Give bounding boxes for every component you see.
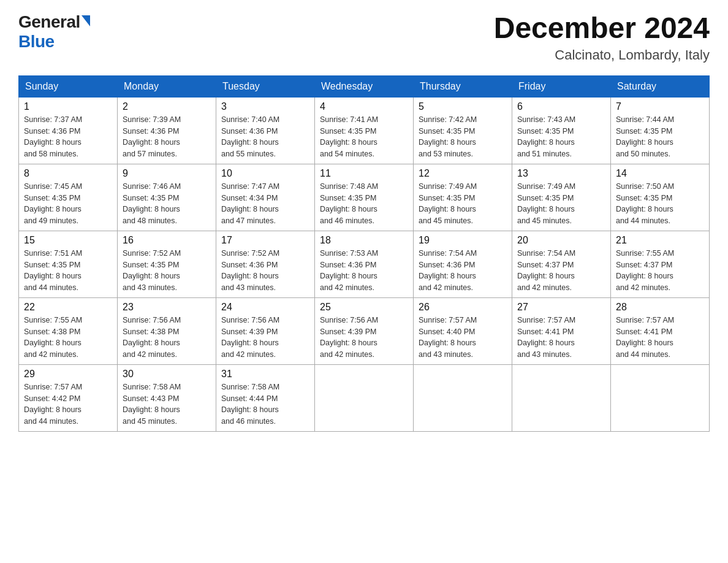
day-info: Sunrise: 7:52 AM Sunset: 4:35 PM Dayligh… <box>123 248 211 294</box>
day-number: 31 <box>221 369 309 380</box>
calendar-cell: 8 Sunrise: 7:45 AM Sunset: 4:35 PM Dayli… <box>19 164 118 231</box>
day-info: Sunrise: 7:57 AM Sunset: 4:41 PM Dayligh… <box>517 315 605 361</box>
day-info: Sunrise: 7:41 AM Sunset: 4:35 PM Dayligh… <box>320 114 408 160</box>
day-info: Sunrise: 7:55 AM Sunset: 4:38 PM Dayligh… <box>24 315 112 361</box>
day-number: 10 <box>221 168 309 179</box>
logo: General Blue <box>18 12 90 52</box>
calendar-cell: 31 Sunrise: 7:58 AM Sunset: 4:44 PM Dayl… <box>216 364 315 431</box>
calendar-cell <box>414 364 512 431</box>
calendar-cell: 30 Sunrise: 7:58 AM Sunset: 4:43 PM Dayl… <box>118 364 216 431</box>
header-wednesday: Wednesday <box>315 75 414 97</box>
day-number: 19 <box>419 235 507 246</box>
day-info: Sunrise: 7:46 AM Sunset: 4:35 PM Dayligh… <box>123 181 211 227</box>
day-info: Sunrise: 7:42 AM Sunset: 4:35 PM Dayligh… <box>419 114 507 160</box>
calendar-cell: 26 Sunrise: 7:57 AM Sunset: 4:40 PM Dayl… <box>414 297 512 364</box>
calendar-cell: 10 Sunrise: 7:47 AM Sunset: 4:34 PM Dayl… <box>216 164 315 231</box>
day-info: Sunrise: 7:56 AM Sunset: 4:39 PM Dayligh… <box>221 315 309 361</box>
calendar-week-row: 22 Sunrise: 7:55 AM Sunset: 4:38 PM Dayl… <box>19 297 710 364</box>
day-info: Sunrise: 7:57 AM Sunset: 4:41 PM Dayligh… <box>616 315 704 361</box>
day-number: 3 <box>221 101 309 112</box>
calendar-cell: 3 Sunrise: 7:40 AM Sunset: 4:36 PM Dayli… <box>216 97 315 164</box>
day-number: 21 <box>616 235 704 246</box>
calendar-week-row: 15 Sunrise: 7:51 AM Sunset: 4:35 PM Dayl… <box>19 231 710 297</box>
calendar-cell: 22 Sunrise: 7:55 AM Sunset: 4:38 PM Dayl… <box>19 297 118 364</box>
day-number: 14 <box>616 168 704 179</box>
day-number: 15 <box>24 235 112 246</box>
calendar-cell: 13 Sunrise: 7:49 AM Sunset: 4:35 PM Dayl… <box>512 164 611 231</box>
day-info: Sunrise: 7:47 AM Sunset: 4:34 PM Dayligh… <box>221 181 309 227</box>
calendar-cell: 28 Sunrise: 7:57 AM Sunset: 4:41 PM Dayl… <box>611 297 710 364</box>
header-tuesday: Tuesday <box>216 75 315 97</box>
day-info: Sunrise: 7:58 AM Sunset: 4:44 PM Dayligh… <box>221 381 309 427</box>
calendar-cell: 4 Sunrise: 7:41 AM Sunset: 4:35 PM Dayli… <box>315 97 414 164</box>
day-info: Sunrise: 7:57 AM Sunset: 4:42 PM Dayligh… <box>24 381 112 427</box>
calendar-cell: 20 Sunrise: 7:54 AM Sunset: 4:37 PM Dayl… <box>512 231 611 297</box>
day-number: 27 <box>517 302 605 313</box>
day-number: 17 <box>221 235 309 246</box>
calendar-cell: 15 Sunrise: 7:51 AM Sunset: 4:35 PM Dayl… <box>19 231 118 297</box>
day-number: 7 <box>616 101 704 112</box>
day-info: Sunrise: 7:54 AM Sunset: 4:36 PM Dayligh… <box>419 248 507 294</box>
day-number: 6 <box>517 101 605 112</box>
calendar-cell: 25 Sunrise: 7:56 AM Sunset: 4:39 PM Dayl… <box>315 297 414 364</box>
calendar-cell: 7 Sunrise: 7:44 AM Sunset: 4:35 PM Dayli… <box>611 97 710 164</box>
day-number: 1 <box>24 101 112 112</box>
calendar-cell: 29 Sunrise: 7:57 AM Sunset: 4:42 PM Dayl… <box>19 364 118 431</box>
day-info: Sunrise: 7:49 AM Sunset: 4:35 PM Dayligh… <box>419 181 507 227</box>
calendar-cell: 23 Sunrise: 7:56 AM Sunset: 4:38 PM Dayl… <box>118 297 216 364</box>
calendar-cell: 18 Sunrise: 7:53 AM Sunset: 4:36 PM Dayl… <box>315 231 414 297</box>
logo-blue: Blue <box>18 32 55 52</box>
day-number: 20 <box>517 235 605 246</box>
header: General Blue December 2024 Calcinato, Lo… <box>18 12 710 63</box>
day-info: Sunrise: 7:39 AM Sunset: 4:36 PM Dayligh… <box>123 114 211 160</box>
day-number: 26 <box>419 302 507 313</box>
day-info: Sunrise: 7:53 AM Sunset: 4:36 PM Dayligh… <box>320 248 408 294</box>
logo-general: General <box>18 12 80 32</box>
day-info: Sunrise: 7:52 AM Sunset: 4:36 PM Dayligh… <box>221 248 309 294</box>
day-info: Sunrise: 7:49 AM Sunset: 4:35 PM Dayligh… <box>517 181 605 227</box>
calendar-cell <box>512 364 611 431</box>
day-info: Sunrise: 7:43 AM Sunset: 4:35 PM Dayligh… <box>517 114 605 160</box>
calendar-cell <box>315 364 414 431</box>
day-info: Sunrise: 7:56 AM Sunset: 4:38 PM Dayligh… <box>123 315 211 361</box>
day-info: Sunrise: 7:54 AM Sunset: 4:37 PM Dayligh… <box>517 248 605 294</box>
calendar-cell: 6 Sunrise: 7:43 AM Sunset: 4:35 PM Dayli… <box>512 97 611 164</box>
day-number: 18 <box>320 235 408 246</box>
day-number: 9 <box>123 168 211 179</box>
day-number: 16 <box>123 235 211 246</box>
calendar-cell: 24 Sunrise: 7:56 AM Sunset: 4:39 PM Dayl… <box>216 297 315 364</box>
month-title: December 2024 <box>494 12 710 45</box>
day-info: Sunrise: 7:58 AM Sunset: 4:43 PM Dayligh… <box>123 381 211 427</box>
day-number: 30 <box>123 369 211 380</box>
calendar-table: SundayMondayTuesdayWednesdayThursdayFrid… <box>18 75 710 432</box>
header-thursday: Thursday <box>414 75 512 97</box>
day-number: 23 <box>123 302 211 313</box>
day-number: 29 <box>24 369 112 380</box>
header-saturday: Saturday <box>611 75 710 97</box>
day-number: 22 <box>24 302 112 313</box>
calendar-cell: 12 Sunrise: 7:49 AM Sunset: 4:35 PM Dayl… <box>414 164 512 231</box>
calendar-week-row: 1 Sunrise: 7:37 AM Sunset: 4:36 PM Dayli… <box>19 97 710 164</box>
calendar-cell: 21 Sunrise: 7:55 AM Sunset: 4:37 PM Dayl… <box>611 231 710 297</box>
calendar-cell: 9 Sunrise: 7:46 AM Sunset: 4:35 PM Dayli… <box>118 164 216 231</box>
calendar-cell: 5 Sunrise: 7:42 AM Sunset: 4:35 PM Dayli… <box>414 97 512 164</box>
location: Calcinato, Lombardy, Italy <box>494 47 710 63</box>
calendar-cell: 11 Sunrise: 7:48 AM Sunset: 4:35 PM Dayl… <box>315 164 414 231</box>
calendar-cell: 19 Sunrise: 7:54 AM Sunset: 4:36 PM Dayl… <box>414 231 512 297</box>
day-number: 25 <box>320 302 408 313</box>
day-info: Sunrise: 7:50 AM Sunset: 4:35 PM Dayligh… <box>616 181 704 227</box>
day-number: 11 <box>320 168 408 179</box>
day-info: Sunrise: 7:44 AM Sunset: 4:35 PM Dayligh… <box>616 114 704 160</box>
calendar-cell <box>611 364 710 431</box>
day-number: 2 <box>123 101 211 112</box>
calendar-week-row: 29 Sunrise: 7:57 AM Sunset: 4:42 PM Dayl… <box>19 364 710 431</box>
day-info: Sunrise: 7:55 AM Sunset: 4:37 PM Dayligh… <box>616 248 704 294</box>
day-info: Sunrise: 7:45 AM Sunset: 4:35 PM Dayligh… <box>24 181 112 227</box>
header-friday: Friday <box>512 75 611 97</box>
calendar-header-row: SundayMondayTuesdayWednesdayThursdayFrid… <box>19 75 710 97</box>
day-number: 4 <box>320 101 408 112</box>
day-number: 24 <box>221 302 309 313</box>
calendar-cell: 16 Sunrise: 7:52 AM Sunset: 4:35 PM Dayl… <box>118 231 216 297</box>
day-info: Sunrise: 7:51 AM Sunset: 4:35 PM Dayligh… <box>24 248 112 294</box>
day-info: Sunrise: 7:48 AM Sunset: 4:35 PM Dayligh… <box>320 181 408 227</box>
